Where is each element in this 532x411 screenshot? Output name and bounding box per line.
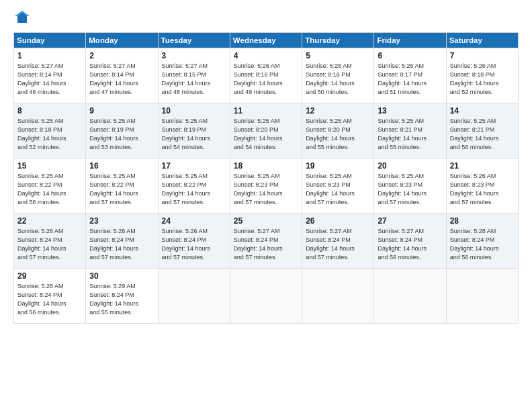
day-number: 17 (162, 161, 226, 171)
day-info: Sunrise: 5:26 AM Sunset: 8:16 PM Dayligh… (306, 62, 370, 97)
calendar-cell: 5Sunrise: 5:26 AM Sunset: 8:16 PM Daylig… (302, 48, 374, 103)
calendar-cell: 25Sunrise: 5:27 AM Sunset: 8:24 PM Dayli… (230, 214, 302, 269)
calendar-cell: 19Sunrise: 5:25 AM Sunset: 8:23 PM Dayli… (302, 158, 374, 214)
calendar-cell: 24Sunrise: 5:26 AM Sunset: 8:24 PM Dayli… (158, 214, 230, 269)
day-number: 22 (17, 216, 82, 226)
page: SundayMondayTuesdayWednesdayThursdayFrid… (0, 0, 532, 411)
calendar-cell: 13Sunrise: 5:25 AM Sunset: 8:21 PM Dayli… (374, 103, 446, 158)
calendar-cell (302, 269, 374, 324)
calendar-week-3: 15Sunrise: 5:25 AM Sunset: 8:22 PM Dayli… (14, 158, 519, 214)
day-info: Sunrise: 5:26 AM Sunset: 8:16 PM Dayligh… (234, 62, 298, 97)
logo-icon (15, 11, 30, 26)
day-info: Sunrise: 5:29 AM Sunset: 8:24 PM Dayligh… (89, 282, 154, 317)
weekday-header-tuesday: Tuesday (158, 33, 230, 48)
day-info: Sunrise: 5:26 AM Sunset: 8:18 PM Dayligh… (450, 62, 515, 97)
day-number: 29 (17, 271, 82, 281)
day-info: Sunrise: 5:26 AM Sunset: 8:23 PM Dayligh… (450, 172, 515, 207)
day-number: 28 (450, 216, 515, 226)
day-info: Sunrise: 5:25 AM Sunset: 8:22 PM Dayligh… (89, 172, 154, 207)
day-number: 18 (234, 161, 298, 171)
weekday-header-saturday: Saturday (446, 33, 518, 48)
calendar-table: SundayMondayTuesdayWednesdayThursdayFrid… (13, 32, 519, 324)
day-number: 26 (306, 216, 370, 226)
day-number: 19 (306, 161, 370, 171)
calendar-cell: 12Sunrise: 5:25 AM Sunset: 8:20 PM Dayli… (302, 103, 374, 158)
day-info: Sunrise: 5:27 AM Sunset: 8:14 PM Dayligh… (17, 62, 82, 97)
calendar-cell (446, 269, 518, 324)
weekday-header-monday: Monday (86, 33, 158, 48)
weekday-header-thursday: Thursday (302, 33, 374, 48)
day-number: 3 (162, 51, 226, 60)
day-number: 4 (234, 51, 298, 60)
calendar-week-5: 29Sunrise: 5:28 AM Sunset: 8:24 PM Dayli… (14, 269, 519, 324)
weekday-header-row: SundayMondayTuesdayWednesdayThursdayFrid… (14, 33, 519, 48)
day-number: 27 (378, 216, 442, 226)
calendar-cell: 1Sunrise: 5:27 AM Sunset: 8:14 PM Daylig… (14, 48, 86, 103)
calendar-cell: 14Sunrise: 5:25 AM Sunset: 8:21 PM Dayli… (446, 103, 518, 158)
day-number: 7 (450, 51, 515, 60)
day-info: Sunrise: 5:25 AM Sunset: 8:21 PM Dayligh… (378, 117, 442, 152)
calendar-cell: 9Sunrise: 5:25 AM Sunset: 8:19 PM Daylig… (86, 103, 158, 158)
day-number: 6 (378, 51, 442, 60)
calendar-cell: 29Sunrise: 5:28 AM Sunset: 8:24 PM Dayli… (14, 269, 86, 324)
calendar-cell: 6Sunrise: 5:26 AM Sunset: 8:17 PM Daylig… (374, 48, 446, 103)
day-info: Sunrise: 5:25 AM Sunset: 8:23 PM Dayligh… (306, 172, 370, 207)
day-info: Sunrise: 5:26 AM Sunset: 8:24 PM Dayligh… (162, 227, 226, 262)
calendar-cell: 30Sunrise: 5:29 AM Sunset: 8:24 PM Dayli… (86, 269, 158, 324)
calendar-cell: 21Sunrise: 5:26 AM Sunset: 8:23 PM Dayli… (446, 158, 518, 214)
day-info: Sunrise: 5:25 AM Sunset: 8:19 PM Dayligh… (89, 117, 154, 152)
calendar-cell: 3Sunrise: 5:27 AM Sunset: 8:15 PM Daylig… (158, 48, 230, 103)
day-number: 10 (162, 106, 226, 116)
calendar-cell: 20Sunrise: 5:25 AM Sunset: 8:23 PM Dayli… (374, 158, 446, 214)
weekday-header-sunday: Sunday (14, 33, 86, 48)
day-info: Sunrise: 5:25 AM Sunset: 8:20 PM Dayligh… (234, 117, 298, 152)
day-number: 13 (378, 106, 442, 116)
calendar-cell: 2Sunrise: 5:27 AM Sunset: 8:14 PM Daylig… (86, 48, 158, 103)
day-info: Sunrise: 5:25 AM Sunset: 8:22 PM Dayligh… (162, 172, 226, 207)
calendar-week-1: 1Sunrise: 5:27 AM Sunset: 8:14 PM Daylig… (14, 48, 519, 103)
weekday-header-wednesday: Wednesday (230, 33, 302, 48)
day-info: Sunrise: 5:27 AM Sunset: 8:15 PM Dayligh… (162, 62, 226, 97)
calendar-cell: 7Sunrise: 5:26 AM Sunset: 8:18 PM Daylig… (446, 48, 518, 103)
calendar-cell: 18Sunrise: 5:25 AM Sunset: 8:23 PM Dayli… (230, 158, 302, 214)
calendar-cell: 28Sunrise: 5:28 AM Sunset: 8:24 PM Dayli… (446, 214, 518, 269)
weekday-header-friday: Friday (374, 33, 446, 48)
calendar-cell (230, 269, 302, 324)
day-number: 21 (450, 161, 515, 171)
day-number: 12 (306, 106, 370, 116)
day-info: Sunrise: 5:27 AM Sunset: 8:24 PM Dayligh… (306, 227, 370, 262)
day-number: 9 (89, 106, 154, 116)
calendar-cell: 27Sunrise: 5:27 AM Sunset: 8:24 PM Dayli… (374, 214, 446, 269)
day-number: 25 (234, 216, 298, 226)
calendar-cell: 16Sunrise: 5:25 AM Sunset: 8:22 PM Dayli… (86, 158, 158, 214)
day-info: Sunrise: 5:28 AM Sunset: 8:24 PM Dayligh… (17, 282, 82, 317)
day-number: 11 (234, 106, 298, 116)
day-number: 20 (378, 161, 442, 171)
day-number: 15 (17, 161, 82, 171)
calendar-cell: 4Sunrise: 5:26 AM Sunset: 8:16 PM Daylig… (230, 48, 302, 103)
calendar-cell: 8Sunrise: 5:25 AM Sunset: 8:18 PM Daylig… (14, 103, 86, 158)
day-info: Sunrise: 5:26 AM Sunset: 8:24 PM Dayligh… (17, 227, 82, 262)
day-info: Sunrise: 5:25 AM Sunset: 8:19 PM Dayligh… (162, 117, 226, 152)
calendar-cell: 10Sunrise: 5:25 AM Sunset: 8:19 PM Dayli… (158, 103, 230, 158)
day-info: Sunrise: 5:25 AM Sunset: 8:23 PM Dayligh… (234, 172, 298, 207)
day-info: Sunrise: 5:25 AM Sunset: 8:22 PM Dayligh… (17, 172, 82, 207)
day-info: Sunrise: 5:26 AM Sunset: 8:24 PM Dayligh… (89, 227, 154, 262)
day-info: Sunrise: 5:28 AM Sunset: 8:24 PM Dayligh… (450, 227, 515, 262)
calendar-cell: 22Sunrise: 5:26 AM Sunset: 8:24 PM Dayli… (14, 214, 86, 269)
day-number: 8 (17, 106, 82, 116)
day-info: Sunrise: 5:27 AM Sunset: 8:24 PM Dayligh… (378, 227, 442, 262)
calendar-cell (158, 269, 230, 324)
day-number: 23 (89, 216, 154, 226)
logo (13, 11, 30, 26)
day-number: 14 (450, 106, 515, 116)
day-number: 5 (306, 51, 370, 60)
day-number: 1 (17, 51, 82, 60)
calendar-week-4: 22Sunrise: 5:26 AM Sunset: 8:24 PM Dayli… (14, 214, 519, 269)
day-number: 2 (89, 51, 154, 60)
calendar-cell: 15Sunrise: 5:25 AM Sunset: 8:22 PM Dayli… (14, 158, 86, 214)
day-info: Sunrise: 5:25 AM Sunset: 8:21 PM Dayligh… (450, 117, 515, 152)
day-number: 16 (89, 161, 154, 171)
calendar-cell (374, 269, 446, 324)
day-number: 24 (162, 216, 226, 226)
